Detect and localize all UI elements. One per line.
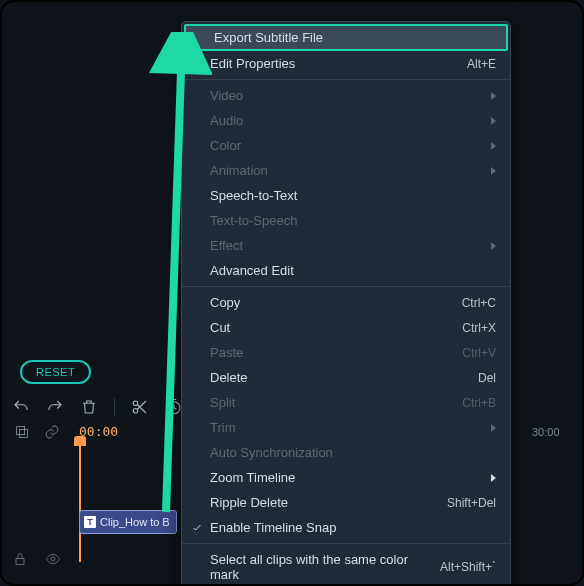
redo-icon[interactable] [46,398,64,416]
menu-auto-sync: Auto Synchronization [182,440,510,465]
undo-icon[interactable] [12,398,30,416]
scissors-icon[interactable] [131,398,149,416]
menu-effect: Effect [182,233,510,258]
menu-trim: Trim [182,415,510,440]
menu-speech-to-text[interactable]: Speech-to-Text [182,183,510,208]
trash-icon[interactable] [80,398,98,416]
clip-label: Clip_How to B [100,516,170,528]
menu-paste: PasteCtrl+V [182,340,510,365]
menu-export-subtitle[interactable]: Export Subtitle File [184,24,508,51]
reset-button[interactable]: RESET [20,360,91,384]
menu-text-to-speech: Text-to-Speech [182,208,510,233]
menu-delete[interactable]: DeleteDel [182,365,510,390]
menu-split: SplitCtrl+B [182,390,510,415]
menu-cut[interactable]: CutCtrl+X [182,315,510,340]
menu-advanced-edit[interactable]: Advanced Edit [182,258,510,283]
check-icon [191,522,203,534]
menu-select-color[interactable]: Select all clips with the same color mar… [182,547,510,586]
timeline-toolbar [12,398,183,416]
ruler-mark: 30:00 [532,426,560,438]
text-clip-icon: T [84,516,96,528]
menu-animation: Animation [182,158,510,183]
svg-point-0 [133,401,138,406]
playhead[interactable] [79,442,81,562]
svg-rect-4 [19,429,27,437]
menu-video: Video [182,83,510,108]
menu-color: Color [182,133,510,158]
timeline-clip[interactable]: T Clip_How to B [79,510,177,534]
copy-stack-icon[interactable] [14,424,30,443]
svg-point-1 [133,409,138,414]
svg-line-7 [166,42,182,512]
timeline-toolbar-2 [14,424,60,443]
menu-enable-snap[interactable]: Enable Timeline Snap [182,515,510,540]
menu-zoom-timeline[interactable]: Zoom Timeline [182,465,510,490]
menu-edit-properties[interactable]: Edit Properties Alt+E [182,51,510,76]
svg-rect-3 [17,427,25,435]
menu-copy[interactable]: CopyCtrl+C [182,290,510,315]
menu-ripple-delete[interactable]: Ripple DeleteShift+Del [182,490,510,515]
link-icon[interactable] [44,424,60,443]
menu-audio: Audio [182,108,510,133]
context-menu: Export Subtitle File Edit Properties Alt… [181,21,511,586]
